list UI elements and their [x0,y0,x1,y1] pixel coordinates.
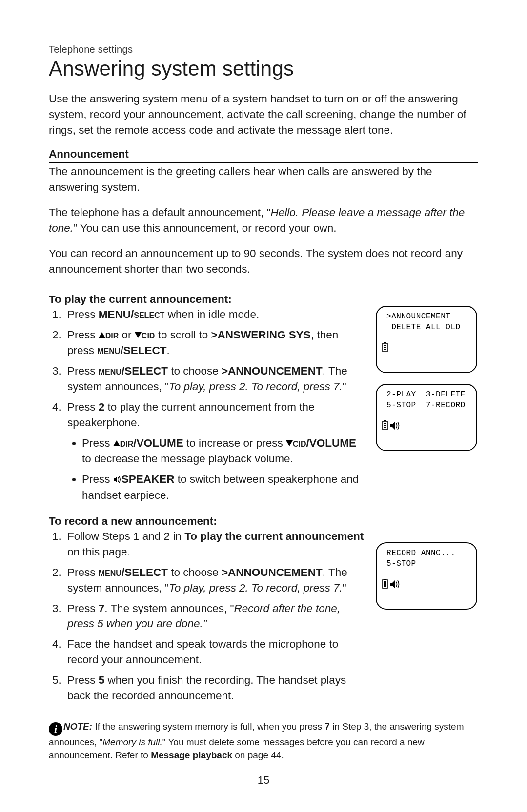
text: when you finish the recording. The hands… [67,674,346,702]
announcement-desc-3: You can record an announcement up to 90 … [49,246,478,277]
text: Press [82,437,113,449]
text: or [119,329,135,341]
lcd-line: 5-STOP 7-RECORD [382,400,471,410]
key-label: SPEAKER [122,473,175,485]
announcement-desc-1: The announcement is the greeting callers… [49,164,478,195]
list-item: Press menu/SELECT to choose >ANNOUNCEMEN… [64,565,364,596]
record-steps-list: Follow Steps 1 and 2 in To play the curr… [49,529,364,704]
text: on page 44. [232,750,284,760]
list-item: Press MENU/select when in idle mode. [64,307,364,322]
key-label: 2 [99,401,105,413]
text: Press [82,473,113,485]
text: Press [67,329,99,341]
text: when in idle mode. [164,308,259,320]
text: to play the current announcement from th… [67,401,315,429]
text: Press [67,674,99,686]
speaker-icon [113,472,122,488]
list-item: Follow Steps 1 and 2 in To play the curr… [64,529,364,560]
info-icon: i [49,722,62,736]
list-item: Press SPEAKER to switch between speakerp… [82,472,364,503]
text: The telephone has a default announcement… [49,206,271,218]
list-item: Press 2 to play the current announcement… [64,399,364,503]
battery-icon [382,579,388,591]
key-label: MENU/select [99,308,165,320]
text: If the answering system memory is full, … [92,721,324,732]
list-item: Press menu/SELECT to choose >ANNOUNCEMEN… [64,363,364,395]
page-number: 15 [0,774,527,787]
text: " [343,582,346,594]
key-label: menu/SELECT [99,365,168,377]
key-label: cid [142,329,155,341]
key-label: 5 [99,674,105,686]
svg-rect-8 [384,425,386,426]
text: on this page. [67,546,130,558]
text: " [343,380,346,393]
text: . [166,344,169,356]
svg-rect-9 [384,427,386,428]
note-label: NOTE: [63,721,92,732]
text: Follow Steps 1 and 2 in [67,530,184,542]
battery-icon [382,420,388,433]
handset-screen-announcement: >ANNOUNCEMENT DELETE ALL OLD [376,306,477,373]
text: to choose [168,566,222,578]
speaker-icon [390,421,401,433]
svg-rect-13 [384,583,386,585]
lcd-line: RECORD ANNC... [382,548,471,558]
list-item: Press dir or cid to scroll to >ANSWERING… [64,327,364,358]
text: to decrease the message playback volume. [82,453,293,465]
svg-rect-12 [384,581,386,583]
note-block: iNOTE: If the answering system memory is… [49,720,478,762]
key-label: dir [105,329,119,341]
menu-target: >ANNOUNCEMENT [222,566,323,578]
speaker-icon [390,580,401,591]
triangle-down-icon [286,440,293,446]
text: Press [67,602,99,614]
text: . The system announces, " [104,602,234,614]
text: to scroll to [155,329,211,341]
lcd-line: DELETE ALL OLD [382,322,471,332]
text: Press [67,401,99,413]
play-sub-list: Press dir/VOLUME to increase or press ci… [67,436,364,503]
text: Press [67,566,99,578]
page-title: Answering system settings [49,57,478,80]
text: to choose [168,365,222,377]
announcement-desc-2: The telephone has a default announcement… [49,205,478,236]
list-item: Face the handset and speak towards the m… [64,636,364,668]
lcd-line: >ANNOUNCEMENT [382,312,471,321]
record-heading: To record a new announcement: [49,515,364,528]
key-label: dir/VOLUME [120,437,183,449]
manual-page: Telephone settings Answering system sett… [0,0,527,812]
lcd-line: 2-PLAY 3-DELETE [382,390,471,399]
breadcrumb: Telephone settings [49,44,478,55]
list-item: Press 7. The system announces, "Record a… [64,601,364,632]
key-label: 7 [99,602,105,614]
play-heading: To play the current announcement: [49,293,364,306]
list-item: Press 5 when you finish the recording. T… [64,673,364,704]
battery-icon [382,342,388,355]
text: to increase or press [183,437,286,449]
lcd-line: 5-STOP [382,559,471,569]
triangle-up-icon [99,332,105,338]
play-steps-list: Press MENU/select when in idle mode. Pre… [49,307,364,503]
system-prompt: Memory is full. [102,737,162,747]
text: Press [67,365,99,377]
system-prompt: To play, press 2. To record, press 7. [169,582,343,594]
svg-rect-3 [384,347,386,348]
svg-rect-14 [384,585,386,587]
svg-rect-4 [384,349,386,350]
list-item: Press dir/VOLUME to increase or press ci… [82,436,364,467]
svg-rect-7 [384,423,386,424]
text: " You can use this announcement, or reco… [73,222,337,234]
intro-paragraph: Use the answering system menu of a syste… [49,91,478,138]
handset-screen-record: RECORD ANNC... 5-STOP [376,542,477,610]
xref: To play the current announcement [184,530,364,542]
xref: Message playback [151,750,232,760]
triangle-up-icon [113,440,120,446]
menu-target: >ANSWERING SYS [211,329,310,341]
key-label: 7 [324,721,330,732]
text: Press [67,308,99,320]
key-label: menu/SELECT [97,344,166,356]
menu-target: >ANNOUNCEMENT [222,365,323,377]
triangle-down-icon [135,332,142,338]
system-prompt: To play, press 2. To record, press 7. [169,380,343,393]
